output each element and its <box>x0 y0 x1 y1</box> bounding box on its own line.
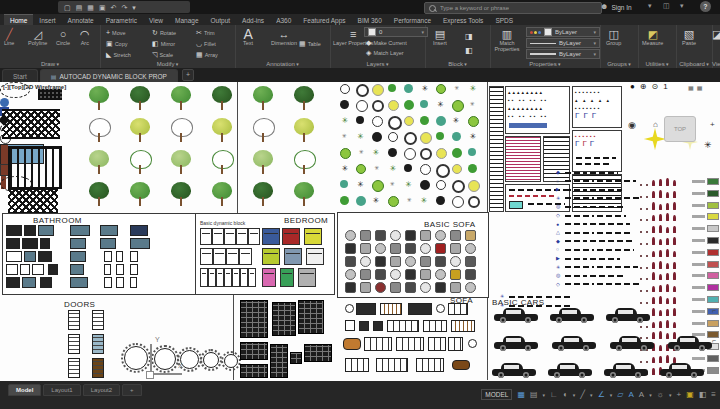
bathroom-fixture-block[interactable] <box>104 251 112 262</box>
plan-tree-symbol[interactable] <box>372 132 382 142</box>
plan-tree-symbol[interactable] <box>436 132 444 140</box>
plan-tree-symbol[interactable] <box>436 116 446 126</box>
match-layer-tool[interactable]: ◈Match Layer <box>366 49 404 56</box>
ribbon-tab-home[interactable]: Home <box>4 14 33 25</box>
tree-block[interactable] <box>293 150 315 174</box>
qat-dropdown-icon[interactable]: ▾ <box>132 4 136 11</box>
sofa-tile-block[interactable] <box>360 269 371 280</box>
bathroom-fixture-block[interactable] <box>104 277 112 288</box>
plan-tree-symbol[interactable]: ✳ <box>404 196 414 206</box>
sofa-block[interactable] <box>359 321 369 331</box>
measure-tool[interactable]: ◩ Measure <box>642 28 663 46</box>
plan-tree-symbol[interactable] <box>436 164 450 178</box>
bed-block[interactable] <box>200 268 208 287</box>
redo-icon[interactable]: ↷ <box>121 4 127 11</box>
isodraft-icon[interactable]: ╱ <box>580 390 585 400</box>
panel-label-annotation[interactable]: Annotation <box>235 61 330 67</box>
copy-tool[interactable]: ▣Copy <box>106 40 127 47</box>
sofa-tile-block[interactable] <box>375 256 386 267</box>
sofa-block[interactable] <box>423 320 447 332</box>
sofa-tile-block[interactable] <box>360 243 371 254</box>
symbol-row[interactable]: ●⊕⊙1 <box>630 84 673 90</box>
bathroom-fixture-block[interactable] <box>6 251 22 262</box>
symbol-row[interactable]: ▦▦ <box>688 85 705 91</box>
panel-label-properties[interactable]: Properties <box>490 61 600 67</box>
sofa-tile-block[interactable] <box>390 243 401 254</box>
plan-tree-symbol[interactable]: ✳ <box>468 100 476 108</box>
plan-tree-symbol[interactable]: ✳ <box>452 116 460 124</box>
sofa-tile-block[interactable] <box>450 269 461 280</box>
print-icon[interactable]: ▣ <box>99 4 106 11</box>
plan-tree-symbol[interactable] <box>356 164 366 174</box>
snowflake-symbol[interactable]: ✳ <box>704 142 714 148</box>
plan-tree-symbol[interactable] <box>452 164 462 174</box>
bathroom-fixture-block[interactable] <box>70 264 84 275</box>
door-block[interactable] <box>68 334 80 354</box>
plan-tree-symbol[interactable] <box>388 116 402 130</box>
sofa-block[interactable] <box>451 320 475 332</box>
plan-tree-symbol[interactable] <box>404 116 414 126</box>
plan-tree-symbol[interactable] <box>356 100 368 112</box>
plan-tree-symbol[interactable] <box>468 164 477 173</box>
bed-block[interactable] <box>262 228 280 245</box>
linetype-dropdown[interactable]: ByLayer <box>526 38 600 48</box>
caret-icon[interactable]: ▾ <box>573 390 576 400</box>
tree-block[interactable] <box>293 86 315 110</box>
plan-tree-symbol[interactable]: ✳ <box>388 180 396 188</box>
sofa-tile-block[interactable] <box>345 230 356 241</box>
people-row[interactable] <box>640 237 676 245</box>
sofa-tile-block[interactable] <box>450 256 461 267</box>
bed-block[interactable] <box>224 268 232 287</box>
undo-icon[interactable]: ↶ <box>111 4 117 11</box>
sofa-tile-block[interactable] <box>435 282 446 293</box>
ribbon-tab-view[interactable]: View <box>143 15 169 25</box>
ribbon-tab-featured-apps[interactable]: Featured Apps <box>297 15 351 25</box>
tree-block[interactable] <box>170 150 192 174</box>
door-block[interactable] <box>68 310 80 330</box>
mirror-tool[interactable]: ◧Mirror <box>152 40 175 47</box>
plan-tree-symbol[interactable]: ✳ <box>340 116 350 126</box>
sofa-tile-block[interactable] <box>435 256 446 267</box>
bathroom-fixture-block[interactable] <box>130 277 137 288</box>
people-row[interactable] <box>640 272 676 280</box>
bed-block[interactable] <box>262 268 276 287</box>
plan-tree-symbol[interactable]: ✳ <box>388 164 398 174</box>
round-table-block[interactable] <box>224 354 238 368</box>
polar-tracking-icon[interactable]: ◐ <box>563 390 568 400</box>
bathroom-fixture-block[interactable] <box>20 264 30 275</box>
plan-tree-symbol[interactable]: ✳ <box>340 132 348 140</box>
ribbon-tab-output[interactable]: Output <box>205 15 237 25</box>
bathroom-fixture-block[interactable] <box>130 251 138 262</box>
table-block[interactable] <box>0 98 9 107</box>
array-tool[interactable]: ▦Array <box>196 51 218 58</box>
car-block[interactable] <box>668 336 712 351</box>
sofa-block[interactable] <box>373 321 383 331</box>
plan-tree-symbol[interactable] <box>356 196 366 206</box>
plan-tree-symbol[interactable] <box>468 180 480 192</box>
tree-block[interactable] <box>252 118 274 142</box>
clean-screen-icon[interactable]: ◧ <box>699 390 707 400</box>
line-tool[interactable]: ╱ Line <box>4 28 14 46</box>
file-tab-drawing[interactable]: ▤ AUTOCAD DYNAMIC BLOCK PROP <box>40 69 178 82</box>
people-row[interactable] <box>640 190 676 198</box>
rotate-tool[interactable]: ↻Rotate <box>152 29 176 36</box>
sofa-tile-block[interactable] <box>360 230 371 241</box>
caret-icon[interactable]: ▾ <box>590 390 593 400</box>
plan-tree-symbol[interactable]: ✳ <box>340 164 350 174</box>
plan-tree-symbol[interactable] <box>420 148 432 160</box>
bathroom-fixture-block[interactable] <box>130 238 150 249</box>
new-drawing-tab-button[interactable]: + <box>182 69 194 81</box>
plan-tree-symbol[interactable] <box>372 100 384 112</box>
arc-tool[interactable]: ◠ Arc <box>80 28 90 46</box>
car-block[interactable] <box>552 336 596 351</box>
file-tab-start[interactable]: Start <box>2 69 38 82</box>
open-icon[interactable]: ▤ <box>76 4 83 11</box>
car-block[interactable] <box>548 363 592 378</box>
sofa-block[interactable] <box>376 358 408 372</box>
plan-tree-symbol[interactable]: ✳ <box>468 84 478 94</box>
bathroom-fixture-block[interactable] <box>22 238 38 249</box>
tree-block[interactable] <box>129 150 151 174</box>
apps-icon[interactable]: ▾ <box>680 2 684 10</box>
polyline-tool[interactable]: ◿ Polyline <box>28 28 47 46</box>
plan-tree-symbol[interactable] <box>388 132 398 142</box>
